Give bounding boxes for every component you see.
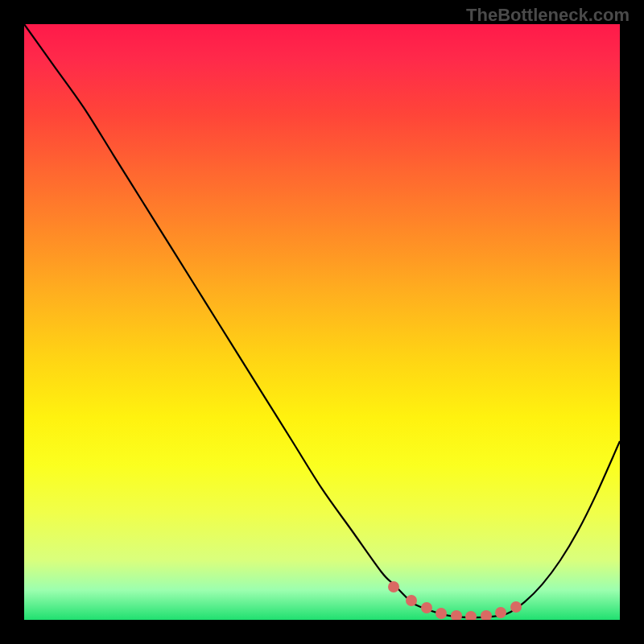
marker-dot <box>481 610 492 620</box>
plot-area <box>24 24 620 620</box>
marker-dots-layer <box>24 24 620 620</box>
marker-dot <box>406 595 417 606</box>
marker-dot <box>436 608 447 619</box>
watermark-text: TheBottleneck.com <box>466 5 630 26</box>
marker-dot <box>421 602 432 613</box>
marker-dot <box>388 581 399 592</box>
marker-dot <box>451 610 462 620</box>
marker-dot <box>495 607 506 618</box>
marker-dot <box>510 601 522 613</box>
marker-dot <box>465 611 477 620</box>
